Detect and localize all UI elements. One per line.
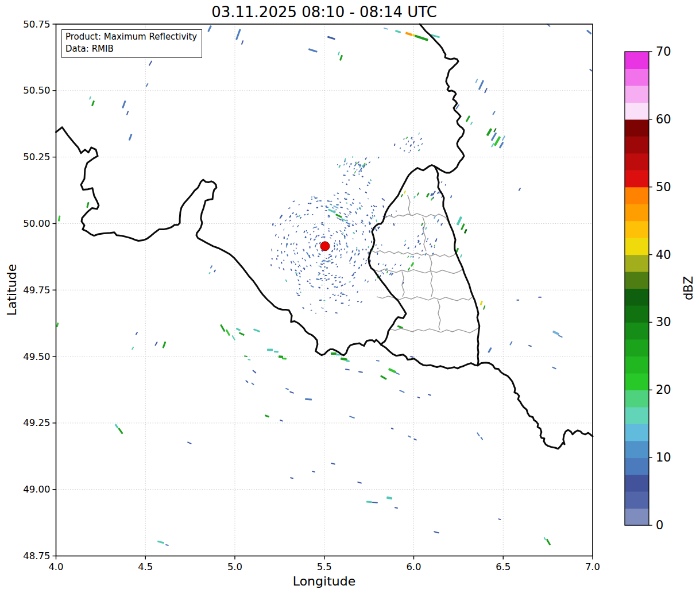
colorbar-segment xyxy=(625,424,649,441)
clutter-dot xyxy=(410,255,412,258)
echo-streak xyxy=(437,219,440,223)
clutter-dot xyxy=(372,212,373,214)
echo-streak xyxy=(207,25,212,32)
clutter-dot xyxy=(316,249,318,251)
echo-streak xyxy=(339,55,343,61)
clutter-dot xyxy=(319,287,320,288)
clutter-dot xyxy=(409,144,412,147)
clutter-dot xyxy=(353,199,354,200)
clutter-dot xyxy=(418,133,420,135)
echo-streak xyxy=(327,36,335,40)
clutter-dot xyxy=(339,218,342,220)
echo-streak xyxy=(245,380,249,383)
echo-streak xyxy=(546,538,551,545)
clutter-dot xyxy=(297,294,300,296)
clutter-dot xyxy=(330,237,332,239)
clutter-dot xyxy=(358,164,359,166)
clutter-dot xyxy=(373,209,374,211)
clutter-dot xyxy=(293,250,295,251)
echo-streak xyxy=(357,482,362,484)
colorbar-segment xyxy=(625,373,649,390)
echo-streak xyxy=(428,394,431,396)
colorbar-segment xyxy=(625,289,649,306)
clutter-dot xyxy=(322,270,324,272)
clutter-dot xyxy=(339,240,341,243)
clutter-dot xyxy=(405,137,408,139)
echo-streak xyxy=(239,332,245,336)
clutter-dot xyxy=(311,196,313,197)
clutter-dot xyxy=(368,198,369,200)
clutter-dot xyxy=(332,207,335,209)
clutter-dot xyxy=(364,225,366,227)
clutter-dot xyxy=(328,254,331,255)
clutter-dot xyxy=(421,250,423,252)
clutter-dot xyxy=(407,255,409,258)
clutter-dot xyxy=(292,261,295,263)
clutter-dot xyxy=(333,195,335,196)
clutter-dot xyxy=(376,229,377,231)
clutter-dot xyxy=(307,232,308,234)
echo-streak xyxy=(498,518,501,521)
echo-streak xyxy=(331,463,335,465)
clutter-dot xyxy=(290,243,292,246)
echo-streak xyxy=(274,351,279,353)
echo-streak xyxy=(380,375,387,380)
clutter-dot xyxy=(403,138,405,140)
clutter-dot xyxy=(365,164,368,166)
clutter-dot xyxy=(417,145,419,146)
clutter-dot xyxy=(376,244,377,246)
echo-streak xyxy=(289,391,294,394)
clutter-dot xyxy=(355,230,357,232)
colorbar-tick-label: 0 xyxy=(656,518,663,532)
colorbar-segment xyxy=(625,407,649,424)
clutter-dot xyxy=(318,279,320,280)
echo-streak xyxy=(154,342,158,346)
clutter-dot xyxy=(334,245,335,247)
clutter-dot xyxy=(360,301,362,303)
clutter-dot xyxy=(331,274,333,276)
clutter-dot xyxy=(363,258,365,260)
clutter-dot xyxy=(349,211,352,214)
clutter-dot xyxy=(295,231,297,233)
clutter-dot xyxy=(393,223,395,226)
clutter-dot xyxy=(275,234,277,237)
clutter-dot xyxy=(355,223,357,225)
clutter-dot xyxy=(339,281,342,283)
clutter-dot xyxy=(361,176,363,177)
clutter-dot xyxy=(311,310,312,311)
clutter-dot xyxy=(370,259,371,262)
clutter-dot xyxy=(372,215,374,217)
clutter-dot xyxy=(362,249,363,250)
clutter-dot xyxy=(288,207,291,209)
clutter-dot xyxy=(405,143,407,145)
colorbar-segment xyxy=(625,509,649,526)
clutter-dot xyxy=(321,307,324,309)
clutter-dot xyxy=(353,238,354,240)
clutter-dot xyxy=(358,250,360,252)
clutter-dot xyxy=(359,202,361,204)
echo-streak xyxy=(220,324,226,332)
clutter-dot xyxy=(330,201,332,202)
colorbar: 010203040506070 xyxy=(625,45,671,532)
clutter-dot xyxy=(339,230,342,232)
clutter-dot xyxy=(410,150,412,152)
echo-streak xyxy=(475,79,478,83)
clutter-dot xyxy=(335,280,337,281)
clutter-dot xyxy=(300,217,302,219)
colorbar-segment xyxy=(625,86,649,103)
clutter-dot xyxy=(408,141,409,143)
echo-streak xyxy=(491,132,497,141)
clutter-dot xyxy=(346,251,347,254)
clutter-dot xyxy=(403,150,405,152)
echo-streak xyxy=(163,342,167,348)
clutter-dot xyxy=(427,238,428,239)
colorbar-segment xyxy=(625,221,649,238)
clutter-dot xyxy=(435,239,437,242)
clutter-dot xyxy=(328,257,330,258)
clutter-dot xyxy=(308,242,310,243)
clutter-dot xyxy=(335,263,337,265)
clutter-dot xyxy=(299,288,300,290)
clutter-dot xyxy=(346,183,348,185)
echo-streak xyxy=(426,193,430,197)
clutter-dot xyxy=(315,313,316,314)
